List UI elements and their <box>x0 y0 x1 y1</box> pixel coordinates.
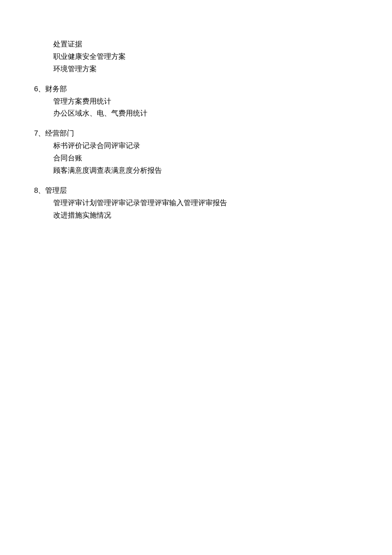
section-header: 6、财务部 <box>34 83 392 96</box>
section-header: 7、经营部门 <box>34 128 392 140</box>
list-item: 处置证据 <box>53 38 392 51</box>
orphan-section: 处置证据 职业健康安全管理方案 环境管理方案 <box>34 38 392 76</box>
list-item: 办公区域水、电、气费用统计 <box>53 108 392 120</box>
section-title: 财务部 <box>45 85 67 93</box>
section-items: 管理方案费用统计 办公区域水、电、气费用统计 <box>34 96 392 120</box>
list-item: 职业健康安全管理方案 <box>53 51 392 63</box>
section-management: 8、管理层 管理评审计划管理评审记录管理评审输入管理评审报告 改进措施实施情况 <box>34 185 392 222</box>
list-item: 环境管理方案 <box>53 63 392 76</box>
section-number: 6、 <box>34 85 45 93</box>
list-item: 管理评审计划管理评审记录管理评审输入管理评审报告 <box>53 197 392 209</box>
list-item: 标书评价记录合同评审记录 <box>53 140 392 152</box>
section-number: 7、 <box>34 129 45 137</box>
list-item: 顾客满意度调查表满意度分析报告 <box>53 165 392 177</box>
section-header: 8、管理层 <box>34 185 392 197</box>
section-finance: 6、财务部 管理方案费用统计 办公区域水、电、气费用统计 <box>34 83 392 120</box>
list-item: 改进措施实施情况 <box>53 209 392 222</box>
section-items: 管理评审计划管理评审记录管理评审输入管理评审报告 改进措施实施情况 <box>34 197 392 222</box>
section-items: 标书评价记录合同评审记录 合同台账 顾客满意度调查表满意度分析报告 <box>34 140 392 177</box>
list-item: 管理方案费用统计 <box>53 96 392 108</box>
section-title: 管理层 <box>45 186 67 195</box>
list-item: 合同台账 <box>53 152 392 165</box>
section-number: 8、 <box>34 186 45 195</box>
section-operations: 7、经营部门 标书评价记录合同评审记录 合同台账 顾客满意度调查表满意度分析报告 <box>34 128 392 177</box>
section-title: 经营部门 <box>45 129 74 137</box>
